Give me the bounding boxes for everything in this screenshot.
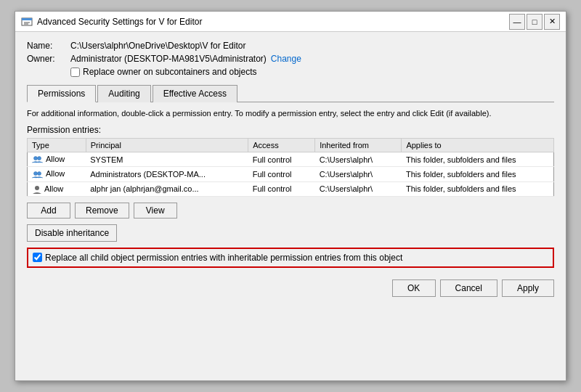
dialog-content: Name: C:\Users\alphr\OneDrive\Desktop\V … [15, 32, 566, 307]
cell-type: Allow [28, 152, 86, 167]
tab-permissions[interactable]: Permissions [27, 85, 96, 102]
owner-row: Owner: Administrator (DESKTOP-MA981V5\Ad… [27, 54, 554, 64]
cell-applies-to: This folder, subfolders and files [402, 152, 554, 167]
replace-checkbox-label: Replace all child object permission entr… [45, 253, 402, 263]
col-access: Access [248, 139, 315, 152]
table-label: Permission entries: [27, 125, 554, 135]
main-window: Advanced Security Settings for V for Edi… [15, 11, 566, 381]
cell-principal: SYSTEM [86, 152, 248, 167]
minimize-button[interactable]: — [509, 14, 525, 30]
disable-inheritance-button[interactable]: Disable inheritance [27, 224, 117, 242]
cell-access: Full control [248, 152, 315, 167]
tab-bar: Permissions Auditing Effective Access [27, 84, 554, 102]
title-bar: Advanced Security Settings for V for Edi… [15, 12, 566, 32]
permission-table: Type Principal Access Inherited from App… [27, 138, 554, 196]
name-row: Name: C:\Users\alphr\OneDrive\Desktop\V … [27, 41, 554, 51]
name-value: C:\Users\alphr\OneDrive\Desktop\V for Ed… [70, 41, 245, 51]
tab-effective-access[interactable]: Effective Access [153, 85, 237, 102]
disable-inheritance-wrapper: Disable inheritance [27, 224, 554, 248]
svg-point-4 [34, 157, 38, 160]
col-applies-to: Applies to [402, 139, 554, 152]
ok-button[interactable]: OK [392, 279, 436, 297]
col-type: Type [28, 139, 86, 152]
title-bar-controls: — □ ✕ [509, 14, 560, 30]
table-row[interactable]: AllowAdministrators (DESKTOP-MA...Full c… [28, 167, 554, 181]
cell-principal: Administrators (DESKTOP-MA... [86, 167, 248, 181]
table-row[interactable]: Allowalphr jan (alphrjan@gmail.co...Full… [28, 181, 554, 196]
view-button[interactable]: View [134, 203, 177, 219]
window-title: Advanced Security Settings for V for Edi… [37, 17, 202, 27]
cell-applies-to: This folder, subfolders and files [402, 167, 554, 181]
info-text: For additional information, double-click… [27, 108, 554, 119]
remove-button[interactable]: Remove [75, 203, 129, 219]
col-principal: Principal [86, 139, 248, 152]
col-inherited-from: Inherited from [315, 139, 402, 152]
apply-button[interactable]: Apply [502, 279, 554, 297]
cancel-button[interactable]: Cancel [440, 279, 497, 297]
cell-applies-to: This folder, subfolders and files [402, 181, 554, 196]
owner-value: Administrator (DESKTOP-MA981V5\Administr… [70, 54, 267, 64]
cell-principal: alphr jan (alphrjan@gmail.co... [86, 181, 248, 196]
cell-inherited-from: C:\Users\alphr\ [315, 181, 402, 196]
replace-owner-label: Replace owner on subcontainers and objec… [83, 67, 256, 77]
table-row[interactable]: AllowSYSTEMFull controlC:\Users\alphr\Th… [28, 152, 554, 167]
maximize-button[interactable]: □ [527, 14, 543, 30]
cell-access: Full control [248, 181, 315, 196]
svg-point-6 [34, 171, 38, 175]
table-header-row: Type Principal Access Inherited from App… [28, 139, 554, 152]
replace-owner-checkbox[interactable] [70, 68, 80, 77]
close-button[interactable]: ✕ [544, 14, 560, 30]
add-button[interactable]: Add [27, 203, 70, 219]
replace-child-checkbox[interactable] [33, 253, 42, 262]
svg-point-8 [35, 186, 39, 190]
cell-inherited-from: C:\Users\alphr\ [315, 152, 402, 167]
cell-type: Allow [28, 167, 86, 181]
owner-label: Owner: [27, 54, 70, 64]
tab-auditing[interactable]: Auditing [97, 85, 150, 102]
svg-rect-1 [22, 18, 32, 20]
cell-access: Full control [248, 167, 315, 181]
svg-point-5 [38, 157, 41, 160]
change-owner-link[interactable]: Change [271, 54, 301, 64]
bottom-buttons: OK Cancel Apply [27, 275, 554, 298]
name-label: Name: [27, 41, 70, 51]
action-buttons: Add Remove View [27, 203, 554, 219]
replace-checkbox-row: Replace all child object permission entr… [27, 248, 554, 268]
cell-type: Allow [28, 181, 86, 196]
window-icon [21, 16, 33, 28]
replace-owner-row: Replace owner on subcontainers and objec… [70, 67, 554, 77]
title-bar-left: Advanced Security Settings for V for Edi… [21, 16, 202, 28]
cell-inherited-from: C:\Users\alphr\ [315, 167, 402, 181]
svg-point-7 [38, 171, 41, 175]
